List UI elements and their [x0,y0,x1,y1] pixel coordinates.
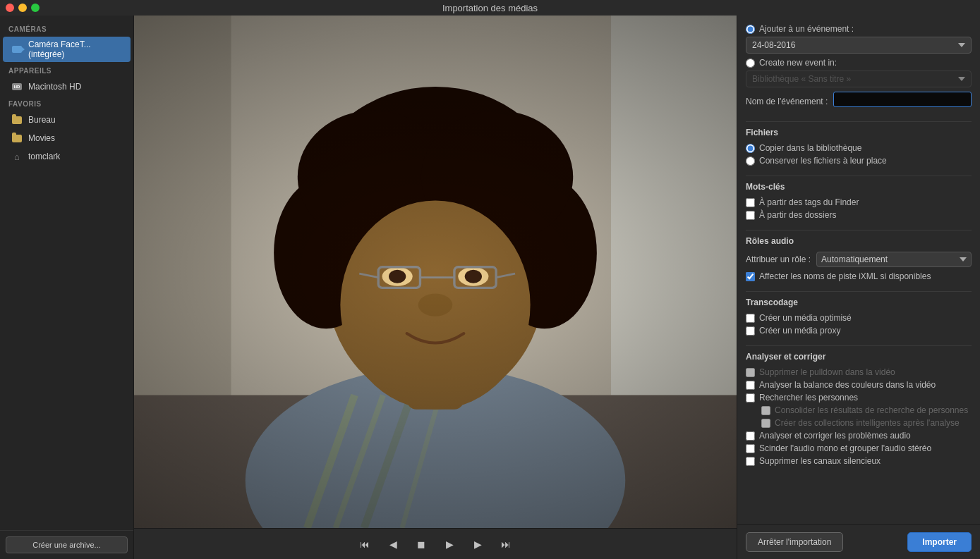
ixml-label[interactable]: Affecter les noms de piste iXML si dispo… [759,271,931,281]
event-name-row: Nom de l'événement : [746,92,972,111]
find-people-label[interactable]: Rechercher les personnes [759,393,858,403]
consolidate-checkbox[interactable] [761,406,770,415]
from-folders-row: À partir des dossiers [746,210,972,220]
event-name-input[interactable] [833,92,972,107]
minimize-button[interactable] [18,4,27,12]
keywords-section-title: Mots-clés [746,182,972,192]
stop-icon: ◼ [417,539,425,550]
proxy-media-checkbox[interactable] [746,326,755,336]
event-date-dropdown[interactable]: 24-08-2016 [746,37,972,54]
bottom-actions: Arrêter l'importation Importer [737,524,980,559]
play-icon: ▶ [446,539,454,550]
create-new-event-radio[interactable] [746,59,755,68]
create-new-event-row: Create new event in: [746,58,972,68]
suppress-pulldown-row: Supprimer le pulldown dans la vidéo [746,367,972,377]
cameras-section-label: CAMÉRAS [0,21,133,36]
audio-roles-title: Rôles audio [746,236,972,246]
sidebar-item-macintosh-hd[interactable]: HD Macintosh HD [3,78,131,95]
video-area: ⏮ ◀ ◼ ▶ ▶ ⏭ [134,16,737,559]
step-back-button[interactable]: ◀ [385,536,401,553]
consolidate-row: Consolider les résultats de recherche de… [746,405,972,415]
add-to-event-label[interactable]: Ajouter à un événement : [759,24,854,34]
optimized-media-label[interactable]: Créer un média optimisé [759,313,852,323]
sidebar-item-facetime-label: Caméra FaceT... (intégrée) [28,39,122,59]
proxy-media-row: Créer un média proxy [746,326,972,336]
files-section: Fichiers Copier dans la bibliothèque Con… [746,128,972,166]
create-archive-button[interactable]: Créer une archive... [6,536,128,553]
right-panel: Ajouter à un événement : 24-08-2016 Crea… [737,16,980,559]
copy-to-library-radio[interactable] [746,144,755,153]
sidebar-item-tomclark[interactable]: ⌂ tomclark [3,148,131,165]
keep-in-place-label[interactable]: Conserver les fichiers à leur place [759,156,887,166]
suppress-silent-label[interactable]: Supprimer les canaux silencieux [759,456,881,466]
split-mono-label[interactable]: Scinder l'audio mono et grouper l'audio … [759,443,931,453]
sidebar: CAMÉRAS Caméra FaceT... (intégrée) APPAR… [0,16,134,559]
home-icon: ⌂ [11,151,23,162]
keep-in-place-radio[interactable] [746,156,755,166]
folder-movies-icon [11,133,23,144]
analyze-audio-row: Analyser et corriger les problèmes audio [746,431,972,441]
finder-tags-label[interactable]: À partir des tags du Finder [759,197,859,207]
find-people-row: Rechercher les personnes [746,393,972,403]
analyze-audio-label[interactable]: Analyser et corriger les problèmes audio [759,431,911,441]
analyze-audio-checkbox[interactable] [746,431,755,441]
library-dropdown[interactable]: Bibliothèque « Sans titre » [746,70,972,87]
sidebar-item-facetime[interactable]: Caméra FaceT... (intégrée) [3,37,131,62]
right-panel-content: Ajouter à un événement : 24-08-2016 Crea… [737,16,980,524]
hd-icon: HD [11,81,23,92]
assign-role-dropdown[interactable]: Automatiquement [816,252,972,267]
find-people-checkbox[interactable] [746,393,755,403]
folder-bureau-icon [11,114,23,125]
create-new-event-label[interactable]: Create new event in: [759,58,837,68]
audio-roles-section: Rôles audio Attribuer un rôle : Automati… [746,236,972,281]
import-button[interactable]: Importer [907,532,972,552]
consolidate-label[interactable]: Consolider les résultats de recherche de… [775,405,968,415]
transcoding-section: Transcodage Créer un média optimisé Crée… [746,297,972,336]
from-folders-checkbox[interactable] [746,211,755,220]
smart-collections-row: Créer des collections intelligentes aprè… [746,418,972,428]
sidebar-item-bureau-label: Bureau [28,115,56,125]
step-forward-button[interactable]: ▶ [469,536,486,553]
finder-tags-row: À partir des tags du Finder [746,197,972,207]
proxy-media-label[interactable]: Créer un média proxy [759,326,840,336]
play-button[interactable]: ▶ [441,536,458,553]
assign-role-label: Attribuer un rôle : [746,254,811,264]
from-folders-label[interactable]: À partir des dossiers [759,210,836,220]
finder-tags-checkbox[interactable] [746,198,755,207]
sidebar-item-bureau[interactable]: Bureau [3,111,131,128]
analyze-balance-row: Analyser la balance des couleurs dans la… [746,380,972,390]
sidebar-bottom: Créer une archive... [0,530,133,559]
stop-button[interactable]: ◼ [413,536,430,553]
titlebar: Importation des médias [0,0,980,16]
stop-import-button[interactable]: Arrêter l'importation [746,532,843,552]
analyze-balance-checkbox[interactable] [746,381,755,390]
suppress-silent-row: Supprimer les canaux silencieux [746,456,972,466]
window-controls[interactable] [6,4,40,12]
add-to-event-radio[interactable] [746,25,755,34]
maximize-button[interactable] [31,4,40,12]
smart-collections-checkbox[interactable] [761,419,770,428]
analyze-balance-label[interactable]: Analyser la balance des couleurs dans la… [759,380,936,390]
suppress-silent-checkbox[interactable] [746,457,755,466]
close-button[interactable] [6,4,14,12]
copy-to-library-label[interactable]: Copier dans la bibliothèque [759,143,861,153]
sidebar-item-movies-label: Movies [28,133,55,143]
ixml-row: Affecter les noms de piste iXML si dispo… [746,271,972,281]
add-to-event-row: Ajouter à un événement : [746,24,972,34]
skip-back-button[interactable]: ⏮ [356,536,373,553]
main-layout: CAMÉRAS Caméra FaceT... (intégrée) APPAR… [0,16,980,559]
suppress-pulldown-checkbox[interactable] [746,368,755,377]
ixml-checkbox[interactable] [746,272,755,281]
video-preview [134,16,737,528]
optimized-media-checkbox[interactable] [746,314,755,323]
svg-rect-27 [134,16,737,528]
smart-collections-label[interactable]: Créer des collections intelligentes aprè… [775,418,960,428]
skip-back-icon: ⏮ [360,539,370,550]
suppress-pulldown-label[interactable]: Supprimer le pulldown dans la vidéo [759,367,895,377]
camera-icon [11,44,23,55]
sidebar-item-movies[interactable]: Movies [3,130,131,147]
analyze-title: Analyser et corriger [746,352,972,362]
skip-forward-button[interactable]: ⏭ [497,536,514,553]
split-mono-checkbox[interactable] [746,444,755,453]
event-section: Ajouter à un événement : 24-08-2016 Crea… [746,24,972,111]
